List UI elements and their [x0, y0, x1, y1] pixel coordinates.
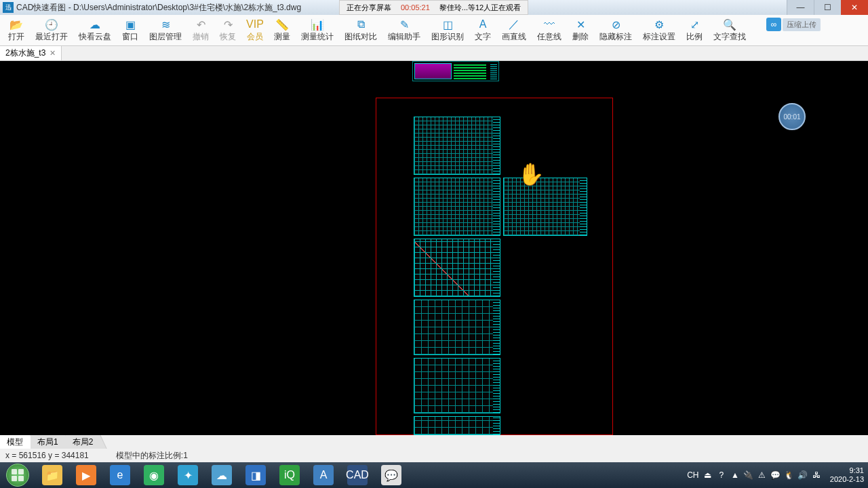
- toolbar-open-button[interactable]: 📂打开: [3, 16, 30, 44]
- measure-icon: 📏: [275, 18, 289, 31]
- toolbar-mstats-label: 测量统计: [301, 31, 334, 43]
- layout-tab-2[interactable]: 布局2: [66, 435, 101, 449]
- drawing-thumb-5: [414, 358, 500, 413]
- toolbar-undo-button[interactable]: ↶撤销: [187, 16, 214, 44]
- toolbar-scale-label: 比例: [686, 31, 703, 43]
- toolbar-vip-button[interactable]: VIP会员: [241, 16, 269, 44]
- recent-icon: 🕘: [45, 18, 58, 31]
- toolbar-cloud-button[interactable]: ☁快看云盘: [73, 16, 117, 44]
- toolbar-measure-button[interactable]: 📏测量: [269, 16, 296, 44]
- tray-icon-5[interactable]: 💬: [770, 470, 781, 481]
- chat-icon: 💬: [381, 465, 401, 485]
- toolbar-scale-button[interactable]: ⤢比例: [681, 16, 708, 44]
- drawing-thumb-3: [414, 239, 500, 297]
- toolbar-recognize-label: 图形识别: [431, 31, 464, 43]
- document-tabs: 2栋水施_t3 ✕: [0, 46, 868, 61]
- drawing-viewport[interactable]: ✋ 00:01: [0, 61, 868, 435]
- layout-tab-1[interactable]: 布局1: [31, 435, 66, 449]
- drawing-fragment-top: [412, 61, 499, 81]
- minimize-button[interactable]: —: [787, 0, 814, 15]
- layout-tab-0[interactable]: 模型: [0, 435, 31, 449]
- tray-icon-2[interactable]: ▲: [730, 470, 741, 481]
- toolbar-recent-button[interactable]: 🕘最近打开: [30, 16, 73, 44]
- taskbar-app-media[interactable]: ▶: [70, 463, 102, 487]
- tray-icon-1[interactable]: ?: [716, 470, 727, 481]
- app1-icon: ◨: [245, 465, 266, 485]
- document-tab-label: 2栋水施_t3: [5, 47, 45, 59]
- app-icon: 迅: [3, 2, 14, 13]
- toolbar-layers-button[interactable]: ≋图层管理: [144, 16, 187, 44]
- toolbar-line-button[interactable]: ／画直线: [496, 16, 532, 44]
- toolbar-cloud-label: 快看云盘: [79, 31, 111, 43]
- cloud-icon: ☁: [212, 465, 232, 485]
- taskbar-app-iqiyi[interactable]: iQ: [273, 463, 306, 487]
- recognize-icon: ◫: [441, 18, 454, 31]
- toolbar-recognize-button[interactable]: ◫图形识别: [426, 16, 469, 44]
- taskbar-app-tool1[interactable]: ✦: [172, 463, 204, 487]
- tray-icon-0[interactable]: ⏏: [703, 470, 713, 481]
- status-bar: x = 561516 y = 344181 模型中的标注比例:1: [0, 449, 868, 462]
- close-button[interactable]: ✕: [841, 0, 868, 15]
- tray-icon-6[interactable]: 🐧: [784, 470, 795, 481]
- tray-icon-8[interactable]: 🖧: [811, 470, 822, 481]
- toolbar-marksettings-button[interactable]: ⚙标注设置: [637, 16, 681, 44]
- tray-icon-3[interactable]: 🔌: [743, 470, 754, 481]
- cloud-icon: ☁: [88, 18, 102, 31]
- clock[interactable]: 9:31 2020-2-13: [826, 466, 864, 484]
- toolbar-findtext-button[interactable]: 🔍文字查找: [708, 16, 751, 44]
- window-controls: — ☐ ✕: [787, 0, 868, 15]
- toolbar-edithelp-button[interactable]: ✎编辑助手: [382, 16, 426, 44]
- toolbar-text-button[interactable]: A文字: [469, 16, 496, 44]
- document-tab-close-icon[interactable]: ✕: [50, 49, 56, 58]
- toolbar-redo-button[interactable]: ↷恢复: [214, 16, 241, 44]
- toolbar-line-label: 画直线: [502, 31, 526, 43]
- explorer-icon: 📁: [42, 465, 62, 485]
- recording-timer-badge: 00:01: [778, 103, 806, 130]
- iqiyi-icon: iQ: [279, 465, 300, 485]
- toolbar-measure-label: 测量: [274, 31, 290, 43]
- tray-icon-4[interactable]: ⚠: [757, 470, 768, 481]
- appA-icon: A: [313, 465, 334, 485]
- toolbar-hidemark-button[interactable]: ⊘隐藏标注: [594, 16, 637, 44]
- tray-icon-7[interactable]: 🔊: [797, 470, 808, 481]
- taskbar-app-cad[interactable]: CAD: [341, 463, 374, 487]
- cloud-upload-badge[interactable]: ∞ 压缩上传: [766, 18, 821, 31]
- toolbar-freeline-button[interactable]: 〰任意线: [532, 16, 567, 44]
- undo-icon: ↶: [194, 18, 208, 31]
- toolbar-redo-label: 恢复: [220, 31, 236, 43]
- drawing-thumb-2b: [503, 178, 587, 236]
- taskbar-app-explorer[interactable]: 📁: [36, 463, 68, 487]
- media-icon: ▶: [76, 465, 96, 485]
- toolbar-compare-button[interactable]: ⧉图纸对比: [339, 16, 382, 44]
- maximize-button[interactable]: ☐: [814, 0, 841, 15]
- line-icon: ／: [507, 18, 521, 31]
- taskbar-app-chrome360[interactable]: ◉: [138, 463, 170, 487]
- taskbar-app-appA[interactable]: A: [307, 463, 340, 487]
- window-icon: ▣: [123, 18, 137, 31]
- ime-indicator[interactable]: CH: [688, 470, 698, 481]
- document-tab[interactable]: 2栋水施_t3 ✕: [0, 46, 62, 60]
- freeline-icon: 〰: [542, 18, 556, 31]
- toolbar-edithelp-label: 编辑助手: [388, 31, 420, 43]
- toolbar-delete-button[interactable]: ✕删除: [567, 16, 594, 44]
- taskbar-app-app1[interactable]: ◨: [239, 463, 272, 487]
- vip-icon: VIP: [248, 18, 262, 31]
- chrome360-icon: ◉: [144, 465, 164, 485]
- toolbar-text-label: 文字: [475, 31, 491, 43]
- toolbar-mstats-button[interactable]: 📊测量统计: [296, 16, 339, 44]
- drawing-thumb-2: [414, 178, 500, 236]
- layers-icon: ≋: [159, 18, 172, 31]
- drawing-thumb-1: [414, 117, 500, 175]
- start-button[interactable]: [0, 462, 35, 488]
- toolbar-recent-label: 最近打开: [35, 31, 68, 43]
- share-banner: 正在分享屏幕 00:05:21 黎佳玲...等12人正在观看: [339, 0, 528, 15]
- taskbar: 📁▶e◉✦☁◨iQACAD💬 CH ⏏?▲🔌⚠💬🐧🔊🖧 9:31 2020-2-…: [0, 462, 868, 488]
- taskbar-app-cloud[interactable]: ☁: [205, 463, 238, 487]
- share-status: 正在分享屏幕: [347, 3, 391, 13]
- toolbar: 📂打开🕘最近打开☁快看云盘▣窗口≋图层管理↶撤销↷恢复VIP会员📏测量📊测量统计…: [0, 15, 868, 46]
- taskbar-app-ie[interactable]: e: [104, 463, 136, 487]
- scale-icon: ⤢: [688, 18, 701, 31]
- taskbar-app-chat[interactable]: 💬: [375, 463, 408, 487]
- cad-icon: CAD: [347, 465, 368, 485]
- toolbar-window-button[interactable]: ▣窗口: [117, 16, 144, 44]
